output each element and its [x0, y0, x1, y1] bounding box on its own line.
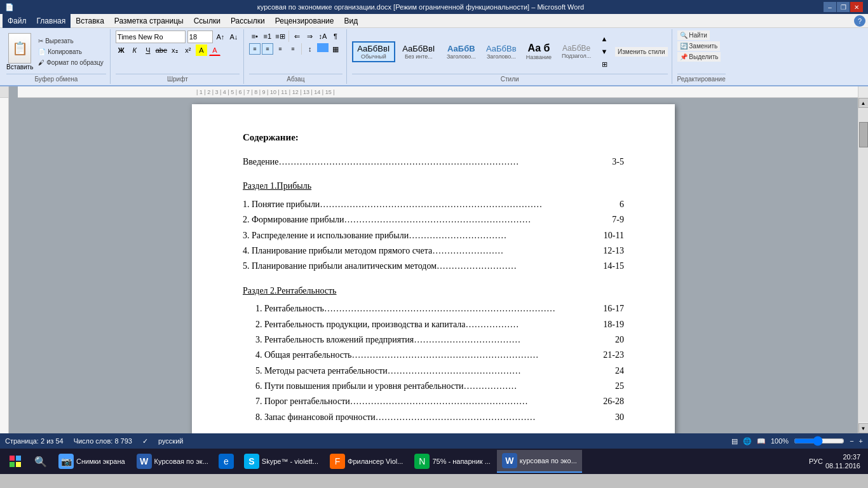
- taskbar-freelancer[interactable]: F Фрилансер Viol...: [325, 450, 408, 473]
- edit-group: 🔍 Найти 🔄 Заменить 📌 Выделить Редактиров…: [674, 29, 729, 84]
- document-scroll-area[interactable]: Содержание: Введение………………………………………………………: [9, 98, 858, 433]
- taskbar-word1[interactable]: W Курсовая по эк...: [132, 450, 214, 473]
- document-page: Содержание: Введение………………………………………………………: [192, 104, 675, 433]
- styles-scroll-up[interactable]: ▲: [599, 33, 610, 44]
- style-subtitle[interactable]: АаБбВе Подзагол...: [557, 41, 595, 62]
- taskbar-word2[interactable]: W курсовая по эко...: [497, 450, 582, 473]
- scroll-thumb[interactable]: [859, 122, 868, 147]
- section-0-item-4: 5. Планирование прибыли аналитическим ме…: [243, 259, 624, 273]
- vertical-scrollbar[interactable]: ▲ ▼: [858, 98, 868, 433]
- styles-more[interactable]: ⊞: [599, 58, 610, 70]
- italic-button[interactable]: К: [129, 44, 140, 56]
- start-button[interactable]: [3, 450, 28, 473]
- line-spacing-button[interactable]: ↕: [304, 43, 316, 55]
- help-button[interactable]: ?: [854, 15, 865, 27]
- minimize-button[interactable]: –: [824, 2, 836, 12]
- font-shrink-button[interactable]: A↓: [228, 31, 240, 43]
- menu-item-page-layout[interactable]: Разметка страницы: [109, 14, 189, 28]
- item-page-1-5: 25: [592, 379, 624, 393]
- style-normal[interactable]: АаБбВвI Обычный: [352, 41, 395, 62]
- align-left-button[interactable]: ≡: [249, 43, 261, 55]
- cut-button[interactable]: ✂ Вырезать: [36, 36, 105, 46]
- edge-icon: e: [219, 454, 234, 469]
- underline-button[interactable]: Ч: [142, 44, 154, 56]
- menu-item-review[interactable]: Рецензирование: [270, 14, 339, 28]
- menu-item-home[interactable]: Главная: [32, 14, 71, 28]
- zoom-slider[interactable]: [794, 436, 844, 446]
- zoom-out-button[interactable]: −: [850, 437, 853, 445]
- sections-container: Раздел 1.Прибыль1. Понятие прибыли…………………: [243, 179, 624, 433]
- change-styles-button[interactable]: Изменить стили: [615, 47, 667, 57]
- font-size-input[interactable]: [187, 30, 213, 43]
- sort-button[interactable]: ↕A: [317, 30, 329, 42]
- taskbar-tray: РУС 20:37 08.11.2016: [809, 452, 865, 471]
- taskbar-naparnik[interactable]: N 75% - напарник ...: [409, 450, 495, 473]
- close-button[interactable]: ✕: [850, 2, 863, 12]
- strikethrough-button[interactable]: abe: [156, 44, 167, 56]
- select-button[interactable]: 📌 Выделить: [677, 52, 721, 62]
- menu-item-insert[interactable]: Вставка: [71, 14, 109, 28]
- align-center-button[interactable]: ≡: [262, 43, 273, 55]
- format-painter-button[interactable]: 🖌 Формат по образцу: [36, 58, 105, 67]
- bold-button[interactable]: Ж: [116, 44, 127, 56]
- item-text-0-0: 1. Понятие прибыли……………………………………………………………: [243, 198, 592, 212]
- scroll-track[interactable]: [859, 109, 868, 422]
- taskbar-screenshots[interactable]: 📷 Снимки экрана: [53, 450, 130, 473]
- restore-button[interactable]: ❐: [837, 2, 850, 12]
- paragraph-group: ≡• ≡1 ≡⊞ ⇐ ⇒ ↕A ¶ ≡ ≡ ≡ ≡ ↕ ▦: [245, 29, 347, 84]
- font-grow-button[interactable]: A↑: [215, 31, 226, 43]
- font-name-input[interactable]: [116, 30, 186, 43]
- copy-button[interactable]: 📄 Копировать: [36, 47, 105, 57]
- increase-indent-button[interactable]: ⇒: [304, 30, 316, 42]
- style-heading1[interactable]: АаБбВ Заголово...: [442, 41, 480, 62]
- menu-item-view[interactable]: Вид: [339, 14, 363, 28]
- borders-button[interactable]: ▦: [330, 43, 341, 55]
- view-web-icon[interactable]: 🌐: [743, 437, 752, 445]
- taskbar-search[interactable]: 🔍: [29, 450, 52, 473]
- title-bar-controls: – ❐ ✕: [824, 2, 863, 12]
- lang-indicator[interactable]: РУС: [809, 458, 823, 465]
- find-button[interactable]: 🔍 Найти: [677, 30, 710, 40]
- style-heading2[interactable]: АаБбВв Заголово...: [482, 41, 520, 62]
- view-normal-icon[interactable]: ▤: [731, 437, 738, 445]
- replace-button[interactable]: 🔄 Заменить: [677, 41, 721, 51]
- style-title[interactable]: Аа б Название: [522, 40, 555, 63]
- font-color-button[interactable]: A: [209, 44, 220, 56]
- item-page-0-3: 12-13: [592, 244, 624, 258]
- align-right-button[interactable]: ≡: [275, 43, 286, 55]
- bullets-button[interactable]: ≡•: [249, 30, 261, 42]
- numbering-button[interactable]: ≡1: [262, 30, 273, 42]
- taskbar-edge[interactable]: e: [215, 450, 238, 473]
- superscript-button[interactable]: x²: [182, 44, 194, 56]
- scroll-down-button[interactable]: ▼: [858, 423, 869, 433]
- multilevel-button[interactable]: ≡⊞: [275, 30, 286, 42]
- font-group: A↑ A↓ Ж К Ч abe x₂ x² A A Шрифт: [112, 29, 244, 84]
- menu-bar: Файл Главная Вставка Разметка страницы С…: [0, 14, 868, 28]
- title-bar-text: курсовая по экономике организации.docx […: [18, 3, 824, 11]
- item-page-0-4: 14-15: [592, 259, 624, 273]
- clipboard-small-buttons: ✂ Вырезать 📄 Копировать 🖌 Формат по обра…: [36, 36, 105, 67]
- align-justify-button[interactable]: ≡: [287, 43, 299, 55]
- menu-item-mailings[interactable]: Рассылки: [226, 14, 270, 28]
- shading-button[interactable]: [317, 43, 329, 52]
- styles-group-label: Стили: [352, 74, 668, 83]
- menu-item-file[interactable]: Файл: [3, 14, 32, 28]
- subscript-button[interactable]: x₂: [169, 44, 180, 56]
- zoom-in-button[interactable]: +: [859, 437, 863, 445]
- style-title-preview: Аа б: [526, 43, 552, 54]
- doc-intro-text: Введение………………………………………………………………………: [243, 157, 519, 166]
- style-no-spacing-preview: АаБбВвI: [401, 44, 437, 53]
- style-no-spacing[interactable]: АаБбВвI Без инте...: [397, 41, 440, 62]
- skype-icon: S: [244, 454, 259, 469]
- style-subtitle-preview: АаБбВе: [561, 44, 592, 53]
- scroll-up-button[interactable]: ▲: [858, 98, 869, 108]
- decrease-indent-button[interactable]: ⇐: [292, 30, 303, 42]
- styles-scroll-down[interactable]: ▼: [599, 46, 610, 57]
- view-reader-icon[interactable]: 📖: [757, 437, 766, 445]
- paste-button[interactable]: 📋 Вставить: [6, 33, 33, 71]
- menu-item-references[interactable]: Ссылки: [189, 14, 226, 28]
- show-formatting-button[interactable]: ¶: [330, 30, 341, 42]
- taskbar-skype[interactable]: S Skype™ - violett...: [239, 450, 323, 473]
- text-highlight-button[interactable]: A: [196, 44, 207, 56]
- title-bar-icon: 📄: [5, 3, 14, 11]
